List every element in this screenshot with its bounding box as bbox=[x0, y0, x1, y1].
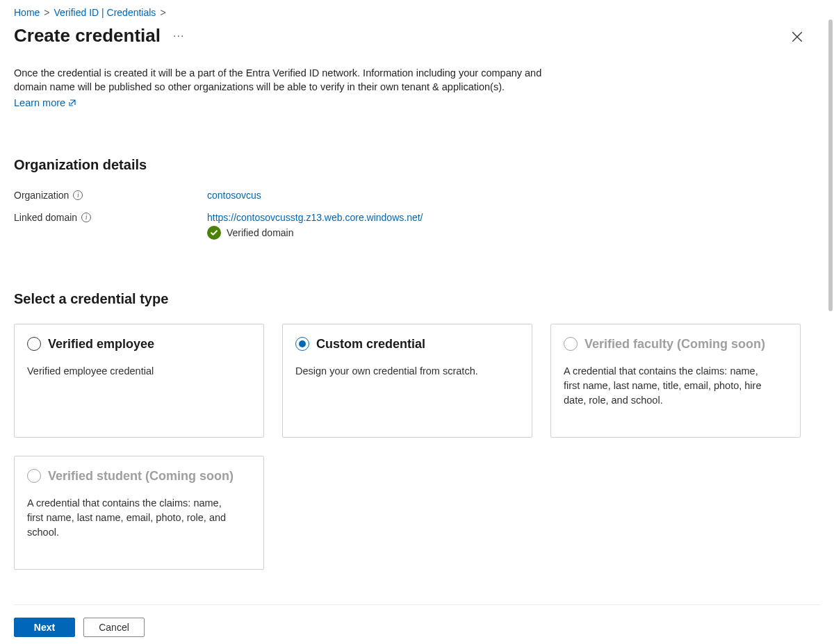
card-verified-faculty: Verified faculty (Coming soon) A credent… bbox=[550, 324, 801, 438]
select-type-title: Select a credential type bbox=[14, 291, 813, 307]
radio-verified-student bbox=[27, 469, 41, 483]
page-title: Create credential bbox=[14, 25, 161, 47]
card-custom-credential[interactable]: Custom credential Design your own creden… bbox=[282, 324, 532, 438]
breadcrumb-home[interactable]: Home bbox=[14, 7, 40, 18]
card-verified-student: Verified student (Coming soon) A credent… bbox=[14, 456, 264, 570]
card-desc: Design your own credential from scratch. bbox=[295, 364, 504, 379]
cancel-button[interactable]: Cancel bbox=[83, 618, 145, 637]
radio-custom-credential[interactable] bbox=[295, 337, 309, 351]
verified-text: Verified domain bbox=[227, 227, 294, 238]
more-actions-button[interactable]: ··· bbox=[170, 27, 187, 45]
radio-verified-employee[interactable] bbox=[27, 337, 41, 351]
chevron-right-icon: > bbox=[160, 7, 165, 18]
breadcrumb: Home > Verified ID | Credentials > bbox=[14, 7, 813, 18]
card-title: Custom credential bbox=[316, 337, 425, 352]
learn-more-link[interactable]: Learn more bbox=[14, 97, 76, 108]
intro-text: Once the credential is created it will b… bbox=[14, 66, 556, 94]
external-link-icon bbox=[68, 99, 76, 107]
org-section-title: Organization details bbox=[14, 157, 813, 173]
close-icon bbox=[791, 31, 803, 43]
info-icon[interactable]: i bbox=[81, 213, 91, 222]
card-verified-employee[interactable]: Verified employee Verified employee cred… bbox=[14, 324, 264, 438]
org-label-text: Organization bbox=[14, 190, 69, 201]
card-desc: A credential that contains the claims: n… bbox=[27, 496, 236, 540]
main-scroll[interactable]: Home > Verified ID | Credentials > Creat… bbox=[0, 0, 827, 601]
chevron-right-icon: > bbox=[44, 7, 49, 18]
org-value-link[interactable]: contosovcus bbox=[207, 190, 261, 201]
close-button[interactable] bbox=[791, 31, 803, 45]
domain-value-link[interactable]: https://contosovcusstg.z13.web.core.wind… bbox=[207, 212, 423, 223]
domain-label: Linked domain i bbox=[14, 212, 207, 223]
footer: Next Cancel bbox=[14, 604, 820, 637]
radio-verified-faculty bbox=[564, 337, 578, 351]
next-button[interactable]: Next bbox=[14, 618, 75, 637]
card-desc: Verified employee credential bbox=[27, 364, 236, 379]
learn-more-label: Learn more bbox=[14, 97, 65, 108]
domain-label-text: Linked domain bbox=[14, 212, 77, 223]
card-title: Verified faculty (Coming soon) bbox=[584, 337, 765, 352]
breadcrumb-verified-id[interactable]: Verified ID | Credentials bbox=[54, 7, 156, 18]
credential-type-grid: Verified employee Verified employee cred… bbox=[14, 324, 813, 570]
scrollbar[interactable] bbox=[828, 19, 833, 311]
card-title: Verified employee bbox=[48, 337, 154, 352]
info-icon[interactable]: i bbox=[73, 190, 83, 200]
org-label: Organization i bbox=[14, 190, 207, 201]
verified-check-icon bbox=[207, 226, 221, 240]
card-desc: A credential that contains the claims: n… bbox=[564, 364, 772, 408]
card-title: Verified student (Coming soon) bbox=[48, 469, 234, 484]
